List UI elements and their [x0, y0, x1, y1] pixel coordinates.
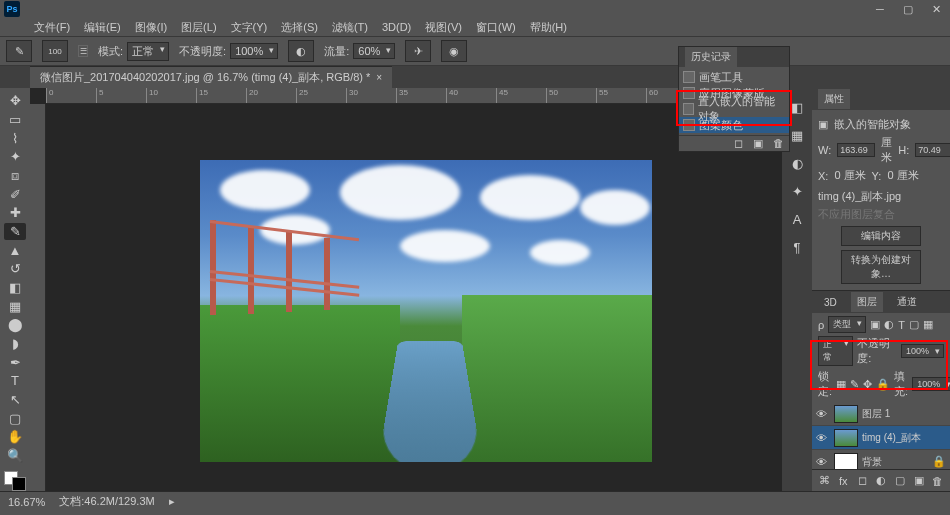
- filter-type-icon[interactable]: T: [898, 319, 905, 331]
- tool-preset-icon[interactable]: ✎: [6, 40, 32, 62]
- pressure-size-icon[interactable]: ◉: [441, 40, 467, 62]
- doc-info[interactable]: 文档:46.2M/129.3M: [59, 494, 154, 509]
- layer-thumb[interactable]: [834, 453, 858, 470]
- color-swatches[interactable]: [4, 471, 26, 490]
- marquee-tool[interactable]: ▭: [4, 111, 26, 129]
- airbrush-icon[interactable]: ✈: [405, 40, 431, 62]
- zoom-value[interactable]: 16.67%: [8, 496, 45, 508]
- menu-edit[interactable]: 编辑(E): [78, 18, 127, 37]
- canvas-area[interactable]: 05101520253035404550556065707580859095: [30, 88, 782, 491]
- layer-name[interactable]: 背景: [862, 455, 928, 469]
- filter-adj-icon[interactable]: ◐: [884, 318, 894, 331]
- layer-row[interactable]: 👁 timg (4)_副本: [812, 426, 950, 450]
- properties-tab[interactable]: 属性: [818, 89, 850, 109]
- history-item[interactable]: 画笔工具: [679, 69, 789, 85]
- wand-tool[interactable]: ✦: [4, 148, 26, 166]
- lock-pos-icon[interactable]: ✥: [863, 378, 872, 391]
- layer-thumb[interactable]: [834, 429, 858, 447]
- maximize-button[interactable]: ▢: [898, 2, 918, 16]
- shape-tool[interactable]: ▢: [4, 409, 26, 427]
- menu-help[interactable]: 帮助(H): [524, 18, 573, 37]
- swatches-panel-icon[interactable]: ▦: [788, 126, 806, 144]
- menu-image[interactable]: 图像(I): [129, 18, 173, 37]
- tab-close-icon[interactable]: ×: [376, 72, 382, 83]
- menu-type[interactable]: 文字(Y): [225, 18, 274, 37]
- brush-panel-icon[interactable]: ☰: [78, 45, 88, 57]
- history-brush-tool[interactable]: ↺: [4, 260, 26, 278]
- canvas[interactable]: [200, 160, 652, 462]
- lock-all-icon[interactable]: 🔒: [876, 378, 890, 391]
- menu-3d[interactable]: 3D(D): [376, 19, 417, 35]
- kind-select[interactable]: 类型: [828, 316, 866, 333]
- layer-row[interactable]: 👁 图层 1: [812, 402, 950, 426]
- zoom-tool[interactable]: 🔍: [4, 447, 26, 465]
- opacity-select[interactable]: 100%: [230, 43, 278, 59]
- layer-name[interactable]: 图层 1: [862, 407, 946, 421]
- blend-select[interactable]: 正常: [818, 336, 853, 366]
- tab-channels[interactable]: 通道: [891, 292, 923, 312]
- convert-button[interactable]: 转换为创建对象…: [841, 250, 921, 284]
- menu-filter[interactable]: 滤镜(T): [326, 18, 374, 37]
- paragraph-panel-icon[interactable]: ¶: [788, 238, 806, 256]
- lock-paint-icon[interactable]: ✎: [850, 378, 859, 391]
- adjustments-panel-icon[interactable]: ◐: [788, 154, 806, 172]
- trash-icon[interactable]: 🗑: [771, 136, 785, 150]
- fill-select[interactable]: 100%: [912, 377, 950, 391]
- filter-pixel-icon[interactable]: ▣: [870, 318, 880, 331]
- visibility-icon[interactable]: 👁: [816, 408, 830, 420]
- menu-view[interactable]: 视图(V): [419, 18, 468, 37]
- fx-icon[interactable]: fx: [837, 474, 850, 488]
- pen-tool[interactable]: ✒: [4, 353, 26, 371]
- new-snapshot-icon[interactable]: ◻: [731, 136, 745, 150]
- close-button[interactable]: ✕: [926, 2, 946, 16]
- layer-row[interactable]: 👁 背景 🔒: [812, 450, 950, 469]
- eyedropper-tool[interactable]: ✐: [4, 185, 26, 203]
- hand-tool[interactable]: ✋: [4, 428, 26, 446]
- tab-layers[interactable]: 图层: [851, 292, 883, 312]
- path-tool[interactable]: ↖: [4, 391, 26, 409]
- mode-select[interactable]: 正常: [127, 42, 169, 61]
- dodge-tool[interactable]: ◗: [4, 335, 26, 353]
- menu-select[interactable]: 选择(S): [275, 18, 324, 37]
- new-layer-icon[interactable]: ▣: [912, 474, 925, 488]
- h-input[interactable]: [915, 143, 950, 157]
- pressure-opacity-icon[interactable]: ◐: [288, 40, 314, 62]
- history-item[interactable]: 置入嵌入的智能对象: [679, 101, 789, 117]
- gradient-tool[interactable]: ▦: [4, 297, 26, 315]
- lock-trans-icon[interactable]: ▦: [836, 378, 846, 391]
- link-layers-icon[interactable]: ⌘: [818, 474, 831, 488]
- styles-panel-icon[interactable]: ✦: [788, 182, 806, 200]
- blur-tool[interactable]: ⬤: [4, 316, 26, 334]
- document-tab[interactable]: 微信图片_201704040202017.jpg @ 16.7% (timg (…: [30, 66, 392, 88]
- history-tab[interactable]: 历史记录: [685, 47, 737, 67]
- crop-tool[interactable]: ⧈: [4, 167, 26, 185]
- adjustment-icon[interactable]: ◐: [875, 474, 888, 488]
- edit-contents-button[interactable]: 编辑内容: [841, 226, 921, 246]
- move-tool[interactable]: ✥: [4, 92, 26, 110]
- lasso-tool[interactable]: ⌇: [4, 129, 26, 147]
- flow-select[interactable]: 60%: [353, 43, 395, 59]
- brush-tool[interactable]: ✎: [4, 223, 26, 241]
- visibility-icon[interactable]: 👁: [816, 432, 830, 444]
- group-icon[interactable]: ▢: [893, 474, 906, 488]
- brush-preset[interactable]: 100: [42, 40, 68, 62]
- layer-opacity-select[interactable]: 100%: [901, 344, 944, 358]
- menu-layer[interactable]: 图层(L): [175, 18, 222, 37]
- character-panel-icon[interactable]: A: [788, 210, 806, 228]
- new-doc-icon[interactable]: ▣: [751, 136, 765, 150]
- mask-icon[interactable]: ◻: [856, 474, 869, 488]
- trash-icon[interactable]: 🗑: [931, 474, 944, 488]
- filter-shape-icon[interactable]: ▢: [909, 318, 919, 331]
- minimize-button[interactable]: ─: [870, 2, 890, 16]
- visibility-icon[interactable]: 👁: [816, 456, 830, 468]
- tab-3d[interactable]: 3D: [818, 294, 843, 311]
- stamp-tool[interactable]: ▲: [4, 241, 26, 259]
- eraser-tool[interactable]: ◧: [4, 279, 26, 297]
- color-panel-icon[interactable]: ◧: [788, 98, 806, 116]
- layer-thumb[interactable]: [834, 405, 858, 423]
- layer-name[interactable]: timg (4)_副本: [862, 431, 946, 445]
- heal-tool[interactable]: ✚: [4, 204, 26, 222]
- type-tool[interactable]: T: [4, 372, 26, 390]
- doc-info-chevron-icon[interactable]: ▸: [169, 495, 175, 508]
- menu-file[interactable]: 文件(F): [28, 18, 76, 37]
